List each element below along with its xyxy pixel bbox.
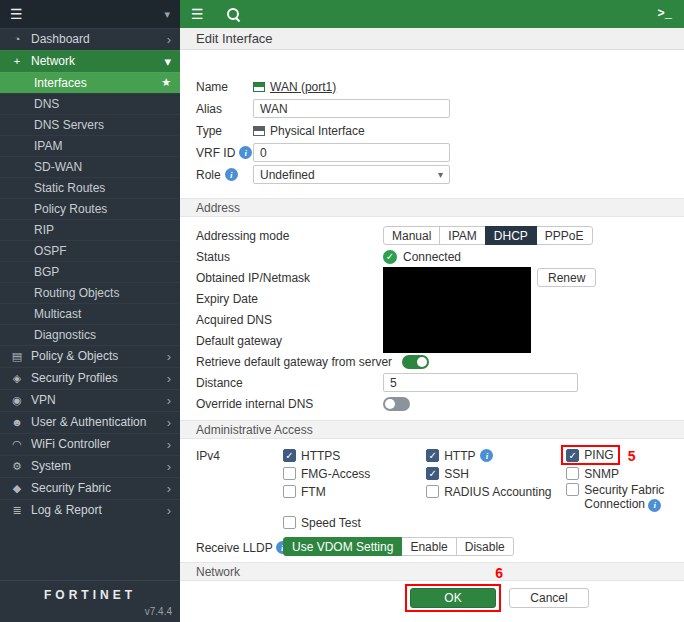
lldp-enable-button[interactable]: Enable [401, 537, 456, 556]
sidebar-item-label: Log & Report [31, 503, 160, 517]
pin-star-icon[interactable]: ★ [161, 76, 171, 89]
distance-input[interactable] [383, 373, 578, 392]
sidebar-item-log-report[interactable]: ≣ Log & Report › [0, 499, 180, 521]
sidebar-item-bgp[interactable]: BGP [0, 261, 180, 282]
checkbox-security-fabric-connection[interactable]: Security Fabric Connection i [566, 483, 668, 512]
checkbox-https[interactable]: ✓ HTTPS [283, 447, 426, 464]
sidebar-footer: FORTINET v7.4.4 [0, 580, 180, 622]
form-row-role: Rolei Undefined ▾ [196, 164, 668, 185]
sidebar-item-vpn[interactable]: ◉ VPN › [0, 389, 180, 411]
menu-toggle-button[interactable]: ☰ [180, 0, 215, 28]
sidebar-item-routing-objects[interactable]: Routing Objects [0, 282, 180, 303]
mode-manual-button[interactable]: Manual [383, 226, 440, 245]
lldp-use-vdom-button[interactable]: Use VDOM Setting [283, 537, 402, 556]
checkbox-snmp[interactable]: SNMP [566, 465, 668, 482]
vrf-input[interactable] [253, 143, 450, 162]
checkbox-label[interactable]: PING [584, 448, 613, 462]
address-section: Addressing mode Manual IPAM DHCP PPPoE S… [180, 217, 684, 420]
page-title: Edit Interface [180, 28, 684, 50]
checkbox-label: SNMP [584, 467, 619, 481]
sidebar-item-sd-wan[interactable]: SD-WAN [0, 156, 180, 177]
sidebar-item-label: Security Fabric [31, 481, 160, 495]
info-icon[interactable]: i [225, 168, 238, 181]
checkbox-ssh[interactable]: ✓ SSH [426, 465, 566, 482]
sidebar-item-user-authentication[interactable]: ☻ User & Authentication › [0, 411, 180, 433]
sidebar-item-wifi-controller[interactable]: ◠ WiFi Controller › [0, 433, 180, 455]
checkbox-label: SSH [444, 467, 469, 481]
sidebar-subitem-label: SD-WAN [34, 160, 82, 174]
distance-label: Distance [196, 376, 383, 390]
expiry-date-label: Expiry Date [196, 292, 383, 306]
chevron-down-icon[interactable]: ▾ [164, 8, 170, 21]
lldp-disable-button[interactable]: Disable [456, 537, 514, 556]
chevron-down-icon: ▾ [438, 169, 443, 180]
chevron-right-icon: › [167, 503, 171, 518]
sidebar-subitem-label: Static Routes [34, 181, 105, 195]
sidebar-item-dns-servers[interactable]: DNS Servers [0, 114, 180, 135]
sidebar-item-label: Policy & Objects [31, 349, 160, 363]
name-label: Name [196, 80, 253, 94]
sidebar-subitem-label: Routing Objects [34, 286, 119, 300]
checkbox-icon [566, 467, 579, 480]
sidebar-item-static-routes[interactable]: Static Routes [0, 177, 180, 198]
sidebar-subitem-label: DNS [34, 97, 59, 111]
hamburger-icon[interactable]: ☰ [10, 6, 23, 22]
sidebar-item-security-fabric[interactable]: ◆ Security Fabric › [0, 477, 180, 499]
search-button[interactable] [215, 0, 251, 28]
sidebar-item-interfaces[interactable]: Interfaces ★ [0, 72, 180, 93]
cancel-button[interactable]: Cancel [509, 588, 589, 608]
section-address: Address [180, 198, 684, 217]
retrieve-gateway-toggle[interactable] [402, 355, 429, 369]
alias-input[interactable] [253, 99, 450, 118]
info-icon[interactable]: i [648, 499, 661, 512]
footer-buttons: OK 6 Cancel [180, 581, 684, 612]
sidebar-item-dns[interactable]: DNS [0, 93, 180, 114]
form-row-type: Type Physical Interface [196, 120, 668, 141]
sidebar-item-policy-routes[interactable]: Policy Routes [0, 198, 180, 219]
sidebar-subitem-label: BGP [34, 265, 59, 279]
checkbox-icon [283, 485, 296, 498]
sidebar-subitem-label: RIP [34, 223, 54, 237]
lldp-segmented: Use VDOM Setting Enable Disable [283, 537, 514, 556]
cli-console-button[interactable]: >_ [658, 7, 684, 21]
sidebar-item-ospf[interactable]: OSPF [0, 240, 180, 261]
mode-ipam-button[interactable]: IPAM [439, 226, 485, 245]
override-dns-toggle[interactable] [383, 397, 410, 411]
user-icon: ☻ [10, 416, 24, 428]
checkbox-icon: ✓ [426, 467, 439, 480]
ok-button[interactable]: OK [410, 588, 496, 608]
mode-dhcp-button[interactable]: DHCP [485, 226, 537, 245]
fortinet-logo: FORTINET [0, 580, 180, 605]
sidebar-subitem-label: DNS Servers [34, 118, 104, 132]
checkbox-http[interactable]: ✓ HTTP i [426, 447, 566, 464]
sidebar-item-system[interactable]: ⚙ System › [0, 455, 180, 477]
role-select[interactable]: Undefined ▾ [253, 165, 450, 184]
sidebar-item-multicast[interactable]: Multicast [0, 303, 180, 324]
sidebar-item-label: VPN [31, 393, 160, 407]
sidebar-item-security-profiles[interactable]: ◈ Security Profiles › [0, 367, 180, 389]
main-content: Edit Interface Name WAN (port1) Alias Ty… [180, 28, 684, 622]
addressing-mode-segmented: Manual IPAM DHCP PPPoE [383, 226, 593, 245]
info-icon[interactable]: i [480, 449, 493, 462]
renew-button[interactable]: Renew [537, 268, 596, 287]
sidebar-item-rip[interactable]: RIP [0, 219, 180, 240]
checkbox-radius-accounting[interactable]: RADIUS Accounting [426, 483, 566, 500]
checkbox-ftm[interactable]: FTM [283, 483, 426, 500]
sidebar-item-diagnostics[interactable]: Diagnostics [0, 324, 180, 345]
sidebar-item-dashboard[interactable]: ◔ Dashboard › [0, 28, 180, 50]
sidebar-item-ipam[interactable]: IPAM [0, 135, 180, 156]
mode-pppoe-button[interactable]: PPPoE [536, 226, 593, 245]
checkbox-icon [426, 485, 439, 498]
info-icon[interactable]: i [239, 146, 252, 159]
search-icon [226, 7, 240, 21]
sidebar-item-label: WiFi Controller [31, 437, 160, 451]
chevron-right-icon: › [167, 481, 171, 496]
topbar: ☰ >_ [180, 0, 684, 28]
sidebar-item-policy-objects[interactable]: ▤ Policy & Objects › [0, 345, 180, 367]
checkbox-fmg-access[interactable]: FMG-Access [283, 465, 426, 482]
receive-lldp-label: Receive LLDP [196, 541, 273, 555]
sidebar-subitem-label: Interfaces [34, 76, 87, 90]
form-row-alias: Alias [196, 98, 668, 119]
sidebar-item-network[interactable]: + Network ▾ [0, 50, 180, 72]
checkbox-speed-test[interactable]: Speed Test [283, 514, 426, 531]
